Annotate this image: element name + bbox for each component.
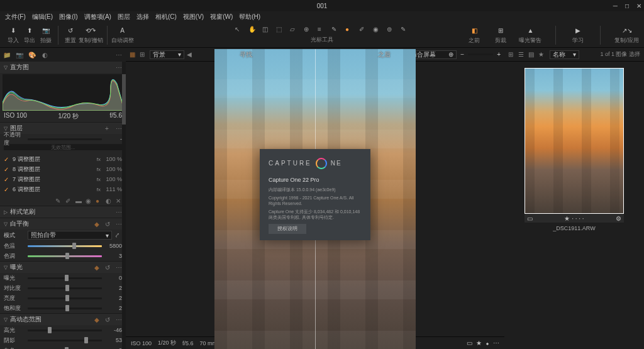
fx-icon[interactable]: fx xyxy=(97,157,101,162)
slider[interactable] xyxy=(28,297,102,299)
zoom-slider[interactable] xyxy=(468,53,493,55)
slider-value[interactable]: 2 xyxy=(104,285,122,291)
add-layer-icon[interactable]: + xyxy=(105,125,111,131)
menu-edit[interactable]: 编辑(E) xyxy=(32,13,53,21)
brush-icon[interactable]: ✎ xyxy=(55,197,62,204)
heal-tool-icon[interactable]: ◉ xyxy=(373,26,382,35)
slider-value[interactable]: 2 xyxy=(104,305,122,311)
check-icon[interactable]: ✓ xyxy=(4,166,10,173)
opacity-slider[interactable] xyxy=(28,138,102,140)
wb-temp-value[interactable]: 5800 xyxy=(104,243,122,249)
copy-apply-button[interactable]: ↗↘复制/应用 xyxy=(614,25,639,45)
learn-button[interactable]: ▶学习 xyxy=(570,25,586,45)
layer-row[interactable]: ✓8 调整图层fx100 % xyxy=(4,164,122,174)
menu-image[interactable]: 图像(I) xyxy=(59,13,77,21)
zoom-in-icon[interactable]: + xyxy=(497,51,501,58)
filter-icon[interactable]: ★ xyxy=(538,51,546,58)
license-info-button[interactable]: 授权说明 xyxy=(269,224,306,234)
view-list-icon[interactable]: ☰ xyxy=(518,51,526,58)
brush-tool-icon[interactable]: ✎ xyxy=(331,26,340,35)
tab-capture-icon[interactable]: 📷 xyxy=(15,50,24,59)
sort-dropdown[interactable]: 名称▾ xyxy=(550,50,579,59)
spot-tool-icon[interactable]: ⊕ xyxy=(304,26,313,35)
menu-icon[interactable]: ⋯ xyxy=(116,125,122,131)
layer-row[interactable]: ✓9 调整图层fx100 % xyxy=(4,154,122,164)
crop-tool-icon[interactable]: ◫ xyxy=(262,26,271,35)
star-icon[interactable]: ★ xyxy=(476,340,482,346)
menu-icon[interactable]: ⋯ xyxy=(116,64,122,70)
slider-value[interactable]: 53 xyxy=(104,337,122,343)
close-icon[interactable]: ✕ xyxy=(636,3,641,9)
exposure-warning-button[interactable]: ▲曝光警告 xyxy=(519,25,541,45)
color-tag-icon[interactable]: ⬥ xyxy=(486,340,489,346)
slider[interactable] xyxy=(28,287,102,289)
annotate-tool-icon[interactable]: ✎ xyxy=(401,26,409,35)
capture-button[interactable]: 📷拍摄 xyxy=(38,25,54,45)
auto-adjust-button[interactable]: A自动调整 xyxy=(111,25,134,45)
export-button[interactable]: ⬆导出 xyxy=(21,25,38,45)
view-grid-icon[interactable]: ⊞ xyxy=(508,51,516,58)
slider[interactable] xyxy=(28,340,102,341)
cursor-tool-icon[interactable]: ↖ xyxy=(235,26,243,35)
fx-icon[interactable]: fx xyxy=(97,187,101,192)
delete-icon[interactable]: ✕ xyxy=(116,197,122,204)
check-icon[interactable]: ✓ xyxy=(4,186,10,193)
rating-none-icon[interactable]: ▭ xyxy=(467,340,472,346)
eraser-icon[interactable]: ✐ xyxy=(65,197,72,204)
check-icon[interactable]: ✓ xyxy=(4,176,10,183)
more-icon[interactable]: ⋯ xyxy=(493,340,499,346)
maximize-icon[interactable]: □ xyxy=(625,3,629,9)
wb-mode-dropdown[interactable]: 照拍自带▾ xyxy=(28,231,112,240)
prev-icon[interactable]: ◀ xyxy=(187,51,194,58)
crop-view-button[interactable]: ⊞剪裁 xyxy=(492,25,509,45)
background-dropdown[interactable]: 背景▾ xyxy=(150,50,184,59)
slider[interactable] xyxy=(28,277,102,279)
view-filmstrip-icon[interactable]: ▤ xyxy=(528,51,536,58)
clone-tool-icon[interactable]: ⊚ xyxy=(387,26,396,35)
before-after-button[interactable]: ◧之前 xyxy=(466,25,482,45)
menu-adjust[interactable]: 调整项(A) xyxy=(84,13,111,21)
menu-help[interactable]: 帮助(H) xyxy=(239,13,260,21)
fx-icon[interactable]: fx xyxy=(97,167,101,172)
invert-icon[interactable]: ◐ xyxy=(106,197,112,204)
eraser-tool-icon[interactable]: ✐ xyxy=(359,26,368,35)
menu-file[interactable]: 文件(F) xyxy=(5,13,26,21)
gradient-tool-icon[interactable]: ● xyxy=(345,26,354,35)
menu-layer[interactable]: 图层 xyxy=(118,13,130,21)
check-icon[interactable]: ✓ xyxy=(4,156,10,163)
wb-temp-slider[interactable] xyxy=(28,245,102,247)
slider[interactable] xyxy=(28,307,102,309)
menu-icon[interactable]: ⋯ xyxy=(116,221,122,227)
slider-value[interactable]: 0 xyxy=(104,275,122,281)
tab-colors-icon[interactable]: ◐ xyxy=(40,50,49,59)
import-button[interactable]: ⬇导入 xyxy=(5,25,21,45)
reset-icon[interactable]: ↺ xyxy=(105,316,111,323)
mask-tool-icon[interactable]: ≡ xyxy=(318,26,326,35)
menu-icon[interactable]: ⋯ xyxy=(116,316,122,323)
reset-button[interactable]: ↺重置 xyxy=(62,25,79,45)
radial-icon[interactable]: ◉ xyxy=(86,197,92,204)
fx-icon[interactable]: fx xyxy=(97,177,101,182)
eyedropper-icon[interactable]: ⤤ xyxy=(114,231,122,239)
thumbnail[interactable] xyxy=(525,68,624,214)
slider-value[interactable]: 2 xyxy=(104,295,122,301)
reset-icon[interactable]: ↺ xyxy=(105,264,111,270)
wb-tint-value[interactable]: 3 xyxy=(104,253,122,259)
view-single-icon[interactable]: ▦ xyxy=(130,51,137,58)
menu-view[interactable]: 视图(V) xyxy=(183,13,204,21)
zoom-out-icon[interactable]: − xyxy=(460,51,464,58)
undo-button[interactable]: ⟲↷复制/撤销 xyxy=(79,25,103,45)
menu-window[interactable]: 视窗(W) xyxy=(210,13,233,21)
menu-camera[interactable]: 相机(C) xyxy=(155,13,177,21)
rotate-tool-icon[interactable]: ⬚ xyxy=(276,26,285,35)
layer-row[interactable]: ✓6 调整图层fx111 % xyxy=(4,184,122,194)
slider[interactable] xyxy=(28,330,102,331)
menu-select[interactable]: 选择 xyxy=(136,13,149,21)
menu-icon[interactable]: ⋯ xyxy=(116,209,122,215)
minimize-icon[interactable]: ─ xyxy=(613,3,618,9)
reset-icon[interactable]: ↺ xyxy=(105,221,111,227)
tab-library-icon[interactable]: 📁 xyxy=(3,50,11,59)
layer-row[interactable]: ✓7 调整图层fx100 % xyxy=(4,174,122,184)
wb-tint-slider[interactable] xyxy=(28,255,102,257)
hand-tool-icon[interactable]: ✋ xyxy=(248,26,257,35)
